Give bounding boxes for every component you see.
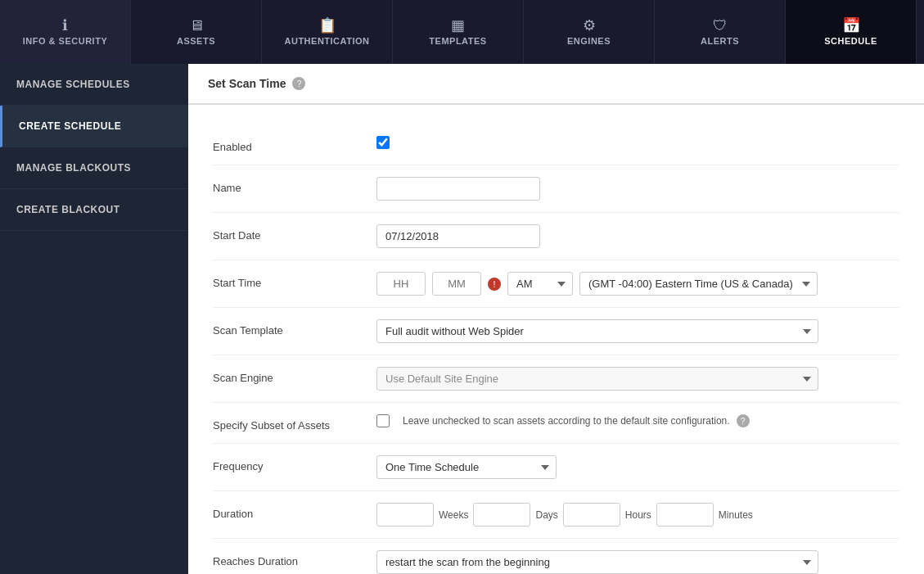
form-row-reaches-duration: Reaches Duration restart the scan from t…: [213, 539, 899, 574]
sidebar: MANAGE SCHEDULES CREATE SCHEDULE MANAGE …: [0, 64, 188, 574]
nav-label-alerts: ALERTS: [701, 36, 739, 46]
section-header: Set Scan Time ?: [188, 64, 924, 104]
ampm-select[interactable]: AM PM: [507, 272, 573, 296]
duration-days-input[interactable]: [473, 503, 530, 527]
control-reaches-duration: restart the scan from the beginning paus…: [376, 550, 899, 574]
scan-template-select[interactable]: Full audit without Web Spider: [376, 319, 818, 343]
sidebar-item-manage-schedules[interactable]: MANAGE SCHEDULES: [0, 64, 188, 106]
weeks-label: Weeks: [439, 509, 468, 521]
timezone-select[interactable]: (GMT -04:00) Eastern Time (US & Canada): [579, 272, 818, 296]
name-input[interactable]: [376, 177, 540, 201]
label-duration: Duration: [213, 503, 376, 520]
form-row-scan-template: Scan Template Full audit without Web Spi…: [213, 308, 899, 355]
label-subset: Specify Subset of Assets: [213, 414, 376, 432]
nav-schedule[interactable]: 📅 SCHEDULE: [786, 0, 917, 64]
time-error-icon: !: [488, 278, 501, 291]
label-frequency: Frequency: [213, 455, 376, 472]
content-area: Set Scan Time ? Enabled Name Sta: [188, 64, 924, 574]
form-row-scan-engine: Scan Engine Use Default Site Engine: [213, 355, 899, 403]
hours-label: Hours: [625, 509, 651, 521]
form-row-enabled: Enabled: [213, 124, 899, 165]
nav-alerts[interactable]: 🛡 ALERTS: [655, 0, 786, 64]
form-area: Enabled Name Start Date: [188, 105, 924, 574]
label-start-time: Start Time: [213, 272, 376, 289]
nav-engines[interactable]: ⚙ ENGINES: [524, 0, 655, 64]
monitor-icon: 🖥: [189, 18, 204, 33]
label-enabled: Enabled: [213, 136, 376, 153]
form-row-frequency: Frequency One Time Schedule Daily Weekly…: [213, 444, 899, 491]
control-start-time: ! AM PM (GMT -04:00) Eastern Time (US & …: [376, 272, 899, 296]
help-icon[interactable]: ?: [292, 77, 305, 90]
label-start-date: Start Date: [213, 224, 376, 242]
control-enabled: [376, 136, 899, 149]
duration-weeks-input[interactable]: [376, 503, 434, 527]
nav-templates[interactable]: ▦ TEMPLATES: [393, 0, 524, 64]
control-name: [376, 177, 899, 201]
control-scan-template: Full audit without Web Spider: [376, 319, 899, 343]
nav-label-templates: TEMPLATES: [429, 36, 486, 46]
duration-minutes-input[interactable]: [656, 503, 714, 527]
label-name: Name: [213, 177, 376, 194]
frequency-select[interactable]: One Time Schedule Daily Weekly Monthly: [376, 455, 557, 479]
control-scan-engine: Use Default Site Engine: [376, 367, 899, 391]
checkbox-subset[interactable]: [376, 414, 390, 427]
checkbox-enabled[interactable]: [376, 136, 390, 149]
nav-label-engines: ENGINES: [567, 36, 611, 46]
nav-label-schedule: SCHEDULE: [824, 36, 877, 46]
sidebar-item-manage-blackouts[interactable]: MANAGE BLACKOUTS: [0, 147, 188, 189]
label-scan-template: Scan Template: [213, 319, 376, 337]
auth-icon: 📋: [318, 18, 336, 33]
info-icon: ℹ: [62, 18, 68, 33]
section-title: Set Scan Time: [208, 77, 286, 90]
subset-help-text: Leave unchecked to scan assets according…: [403, 415, 730, 427]
duration-group: Weeks Days Hours Minutes: [376, 503, 753, 527]
minutes-label: Minutes: [719, 509, 753, 521]
form-row-start-date: Start Date: [213, 213, 899, 260]
templates-icon: ▦: [451, 18, 465, 33]
main-layout: MANAGE SCHEDULES CREATE SCHEDULE MANAGE …: [0, 64, 924, 574]
label-reaches-duration: Reaches Duration: [213, 550, 376, 567]
form-row-subset: Specify Subset of Assets Leave unchecked…: [213, 403, 899, 444]
sidebar-item-create-blackout[interactable]: CREATE BLACKOUT: [0, 189, 188, 231]
reaches-duration-select[interactable]: restart the scan from the beginning paus…: [376, 550, 818, 574]
label-scan-engine: Scan Engine: [213, 367, 376, 384]
days-label: Days: [535, 509, 557, 521]
control-duration: Weeks Days Hours Minutes: [376, 503, 899, 527]
control-subset: Leave unchecked to scan assets according…: [376, 414, 899, 427]
nav-info-security[interactable]: ℹ INFO & SECURITY: [0, 0, 131, 64]
nav-authentication[interactable]: 📋 AUTHENTICATION: [262, 0, 393, 64]
nav-label-info-security: INFO & SECURITY: [23, 36, 107, 46]
control-frequency: One Time Schedule Daily Weekly Monthly: [376, 455, 899, 479]
sidebar-item-create-schedule[interactable]: CREATE SCHEDULE: [0, 106, 188, 147]
top-nav: ℹ INFO & SECURITY 🖥 ASSETS 📋 AUTHENTICAT…: [0, 0, 924, 64]
hour-input[interactable]: [376, 272, 426, 296]
start-date-input[interactable]: [376, 224, 540, 248]
nav-assets[interactable]: 🖥 ASSETS: [131, 0, 262, 64]
form-row-duration: Duration Weeks Days Hours Minutes: [213, 491, 899, 539]
scan-engine-select[interactable]: Use Default Site Engine: [376, 367, 818, 391]
form-row-name: Name: [213, 165, 899, 213]
nav-label-assets: ASSETS: [177, 36, 215, 46]
nav-label-authentication: AUTHENTICATION: [285, 36, 370, 46]
schedule-icon: 📅: [842, 18, 860, 33]
alerts-icon: 🛡: [713, 18, 728, 33]
control-start-date: [376, 224, 899, 248]
form-row-start-time: Start Time ! AM PM (GMT -04:00) Eastern …: [213, 260, 899, 308]
duration-hours-input[interactable]: [563, 503, 620, 527]
subset-help-icon[interactable]: ?: [737, 414, 750, 427]
minute-input[interactable]: [432, 272, 481, 296]
engines-icon: ⚙: [583, 18, 596, 33]
